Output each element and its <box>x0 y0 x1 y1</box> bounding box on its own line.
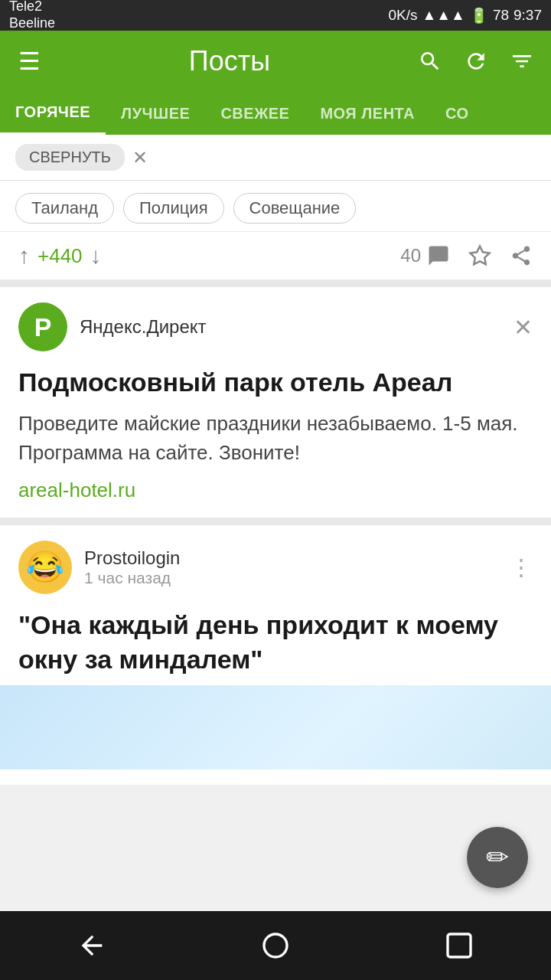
tab-fresh[interactable]: СВЕЖЕЕ <box>205 92 305 135</box>
avatar: 😂 <box>18 541 72 594</box>
status-right: 0K/s ▲▲▲ 🔋 78 9:37 <box>388 7 542 24</box>
ad-close-button[interactable]: ✕ <box>514 314 533 341</box>
svg-point-1 <box>264 934 287 957</box>
battery-icon: 🔋 <box>470 7 488 24</box>
tag-thailand[interactable]: Таиланд <box>15 193 114 224</box>
post-menu-button[interactable]: ⋮ <box>510 554 533 580</box>
compose-icon: ✏ <box>486 841 509 874</box>
compose-fab[interactable]: ✏ <box>467 827 528 888</box>
ad-title: Подмосковный парк отель Ареал <box>18 365 533 399</box>
status-bar: Tele2 Beeline 0K/s ▲▲▲ 🔋 78 9:37 <box>0 0 551 31</box>
tab-feed[interactable]: МОЯ ЛЕНТА <box>305 92 430 135</box>
vote-score: +440 <box>37 244 83 268</box>
ad-text: Проведите майские праздники незабываемо.… <box>18 410 533 467</box>
carrier-info: Tele2 Beeline <box>9 0 55 32</box>
tab-co[interactable]: СО <box>430 92 484 135</box>
favorite-button[interactable] <box>468 244 491 267</box>
battery-level: 78 <box>493 7 509 24</box>
recents-button[interactable] <box>436 923 482 969</box>
page-title: Посты <box>58 45 401 77</box>
tab-best[interactable]: ЛУЧШЕЕ <box>106 92 205 135</box>
ad-label: Яндекс.Директ <box>80 316 207 338</box>
upvote-button[interactable]: ↑ <box>18 243 30 269</box>
share-button[interactable] <box>510 244 533 267</box>
section-divider-2 <box>0 518 551 525</box>
time-display: 9:37 <box>514 7 542 24</box>
refresh-button[interactable] <box>459 44 493 78</box>
ad-link[interactable]: areal-hotel.ru <box>18 479 533 502</box>
svg-marker-0 <box>471 247 490 265</box>
post-author-name: Prostoilogin <box>84 547 180 569</box>
section-divider <box>0 279 551 287</box>
close-collapsed-button[interactable]: ✕ <box>132 147 148 168</box>
tabs-bar: ГОРЯЧЕЕ ЛУЧШЕЕ СВЕЖЕЕ МОЯ ЛЕНТА СО <box>0 92 551 135</box>
avatar-emoji: 😂 <box>26 549 64 585</box>
post-time: 1 час назад <box>84 569 180 587</box>
vote-section: ↑ +440 ↓ <box>18 243 382 269</box>
home-button[interactable] <box>253 923 298 969</box>
collapse-button[interactable]: СВЕРНУТЬ <box>15 144 125 171</box>
post-header: 😂 Prostoilogin 1 час назад ⋮ <box>18 541 533 594</box>
tags-area: Таиланд Полиция Совещание <box>0 181 551 231</box>
menu-button[interactable]: ☰ <box>12 44 46 78</box>
content-area: СВЕРНУТЬ ✕ Таиланд Полиция Совещание ↑ +… <box>0 135 551 785</box>
ad-avatar: P <box>18 302 67 351</box>
svg-rect-2 <box>448 934 471 957</box>
post-author-info: Prostoilogin 1 час назад <box>84 547 180 587</box>
network-speed: 0K/s <box>388 7 417 24</box>
carrier1-label: Tele2 <box>9 0 55 15</box>
collapsed-panel: СВЕРНУТЬ ✕ <box>0 135 551 181</box>
back-button[interactable] <box>69 923 115 969</box>
filter-button[interactable] <box>505 44 539 78</box>
post-actions-bar: ↑ +440 ↓ 40 <box>0 231 551 279</box>
post-header-left: 😂 Prostoilogin 1 час назад <box>18 541 180 594</box>
tag-meeting[interactable]: Совещание <box>233 193 357 224</box>
ad-card: P Яндекс.Директ ✕ Подмосковный парк отел… <box>0 287 551 518</box>
post-card: 😂 Prostoilogin 1 час назад ⋮ "Она каждый… <box>0 525 551 786</box>
signal-icon: ▲▲▲ <box>422 7 465 24</box>
ad-header-left: P Яндекс.Директ <box>18 302 207 351</box>
search-button[interactable] <box>413 44 447 78</box>
tag-police[interactable]: Полиция <box>123 193 224 224</box>
downvote-button[interactable]: ↓ <box>90 243 102 269</box>
ad-header: P Яндекс.Директ ✕ <box>18 302 533 351</box>
tab-hot[interactable]: ГОРЯЧЕЕ <box>0 92 106 135</box>
carrier2-label: Beeline <box>9 15 55 32</box>
post-title: "Она каждый день приходит к моему окну з… <box>18 608 533 678</box>
bottom-nav-bar <box>0 911 551 980</box>
comment-count: 40 <box>400 245 421 266</box>
comment-button[interactable]: 40 <box>400 244 450 267</box>
post-image <box>0 685 551 769</box>
app-bar: ☰ Посты <box>0 31 551 92</box>
